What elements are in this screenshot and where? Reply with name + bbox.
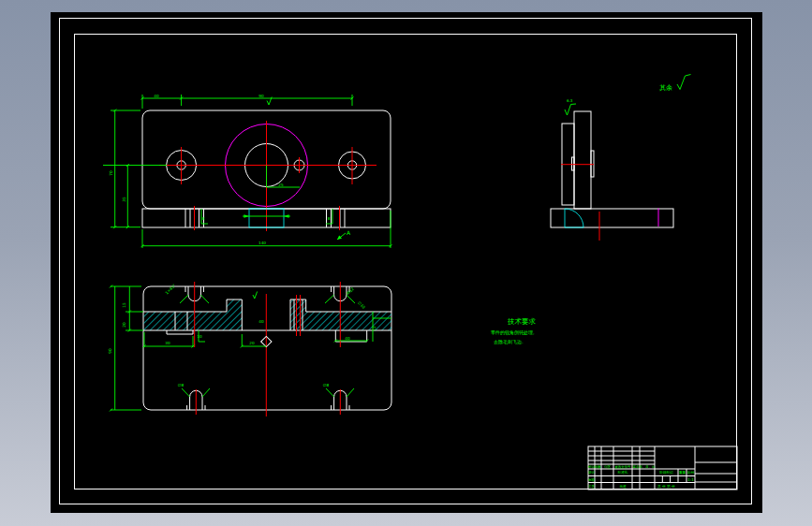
dimension-text: 20 xyxy=(122,322,126,328)
dimension-text: 35 xyxy=(122,197,126,202)
dimension-text: 批准 xyxy=(619,485,627,489)
dimension-text: 140 xyxy=(258,241,266,245)
dimension-text: 签名 xyxy=(633,465,640,469)
dimension-text: ∅8 xyxy=(178,383,185,387)
dimension-text: 40 xyxy=(345,336,350,341)
tech-requirements-title: 技术要求 xyxy=(507,317,537,326)
tech-requirement-line: 去除毛刺飞边. xyxy=(494,339,524,345)
dimension-text: 比例 xyxy=(687,471,695,475)
surface-check-icon xyxy=(253,292,258,300)
side-view: 6.3 xyxy=(551,98,673,241)
section-view-dimensions: 9015203010204040121×45°M12∅10∅8∅8 xyxy=(108,283,392,411)
desktop-background: { "colors": { "background_top": "#8793a8… xyxy=(0,0,812,526)
dimension-text: 70 xyxy=(109,170,113,176)
dimension-text: 阶段标记 xyxy=(659,470,673,475)
sheet-note: 共 张 第 张 xyxy=(657,484,675,489)
dimension-text: 40 xyxy=(154,94,159,98)
plan-view-dimensions: 409014070352588 A xyxy=(103,94,392,249)
tech-requirements: 技术要求 零件的锐角倒钝处理, 去除毛刺飞边. xyxy=(491,317,537,345)
dimension-text: 20 xyxy=(249,341,255,345)
surface-note: 其余 xyxy=(659,75,691,93)
dimension-text: 90 xyxy=(108,348,112,354)
dimension-text: 年、月、日 xyxy=(640,465,656,469)
surface-note-label: 其余 xyxy=(659,84,672,92)
side-roughness-value: 6.3 xyxy=(567,98,573,103)
dimension-text: 12 xyxy=(372,326,376,331)
dimension-text: 40 xyxy=(258,319,264,324)
dimension-text: M12 xyxy=(346,286,355,296)
dimension-text: 8 xyxy=(328,216,331,221)
dimension-text: 1×45° xyxy=(164,283,176,295)
drawing-frame xyxy=(60,19,752,504)
dimension-text: ∅8 xyxy=(323,383,330,387)
dimension-text: 10 xyxy=(197,334,202,339)
dimension-text: ∅10 xyxy=(357,300,366,310)
dimension-text: 设计 xyxy=(588,470,596,475)
dimension-text: 审核 xyxy=(588,477,596,482)
dimension-text: 工艺 xyxy=(588,485,596,489)
dimension-text: 90 xyxy=(258,94,264,98)
dimension-text: 更改文件号 xyxy=(615,464,632,469)
dimension-text: 重量 xyxy=(679,470,687,475)
dimension-text: 标准化 xyxy=(617,470,628,475)
dimension-text: 30 xyxy=(165,341,170,345)
dimension-text: 15 xyxy=(122,302,126,308)
dimension-text: 8 xyxy=(202,216,205,221)
dimension-text: 分区 xyxy=(604,465,611,469)
dimension-text: 处数 xyxy=(595,464,601,469)
scale-value: 1:1 xyxy=(687,477,694,482)
cad-viewport[interactable]: 409014070352588 A 6.3 xyxy=(51,12,762,513)
drawing-sheet: 409014070352588 A 6.3 xyxy=(51,12,762,513)
tech-requirement-line: 零件的锐角倒钝处理, xyxy=(491,329,535,336)
dimension-text: 25 xyxy=(278,183,284,187)
section-label: A xyxy=(347,229,351,236)
roughness-symbol-icon xyxy=(677,75,691,90)
title-block: 标记处数分区更改文件号签名年、月、日设计标准化审核工艺批准阶段标记重量比例 1:… xyxy=(587,446,737,489)
section-view xyxy=(143,282,391,416)
